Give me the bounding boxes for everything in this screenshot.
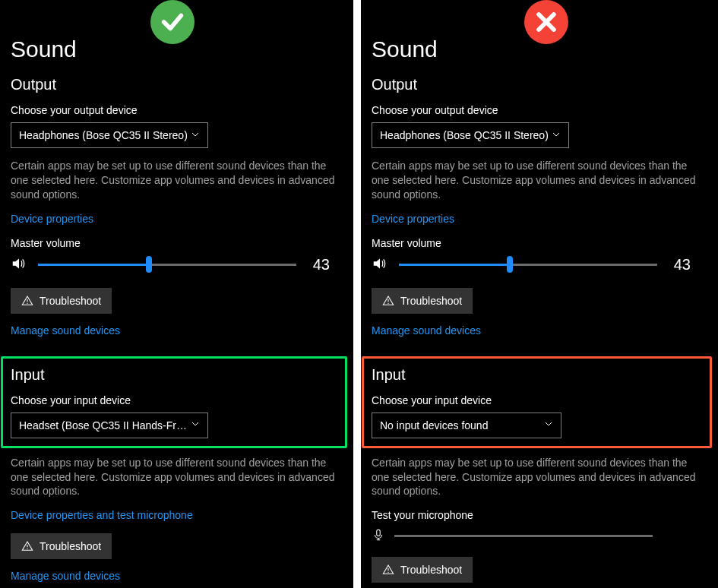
status-badge-incorrect <box>524 0 568 44</box>
troubleshoot-label: Troubleshoot <box>40 295 101 307</box>
svg-point-5 <box>387 302 388 303</box>
volume-slider[interactable] <box>38 257 296 272</box>
volume-slider[interactable] <box>399 257 657 272</box>
output-device-properties-link[interactable]: Device properties <box>11 213 93 225</box>
input-props-test-link[interactable]: Device properties and test microphone <box>11 509 193 521</box>
cross-icon <box>533 9 559 35</box>
input-highlight-correct: Input Choose your input device Headset (… <box>1 356 347 448</box>
mic-level-bar <box>394 535 653 537</box>
troubleshoot-label: Troubleshoot <box>400 295 462 307</box>
svg-rect-6 <box>377 530 381 536</box>
input-heading: Input <box>11 366 337 384</box>
input-troubleshoot-button[interactable]: Troubleshoot <box>11 533 112 559</box>
chevron-down-icon <box>191 419 200 431</box>
output-manage-devices-link[interactable]: Manage sound devices <box>11 324 120 337</box>
input-note: Certain apps may be set up to use differ… <box>372 456 698 499</box>
input-troubleshoot-button[interactable]: Troubleshoot <box>372 557 473 583</box>
speaker-icon[interactable] <box>11 255 27 274</box>
volume-row: 43 <box>11 255 330 274</box>
warning-icon <box>21 540 33 552</box>
output-note: Certain apps may be set up to use differ… <box>11 159 337 202</box>
output-device-select[interactable]: Headphones (Bose QC35 II Stereo) <box>372 122 569 148</box>
input-choose-label: Choose your input device <box>11 394 337 406</box>
output-device-value: Headphones (Bose QC35 II Stereo) <box>19 129 188 141</box>
output-choose-label: Choose your output device <box>372 104 707 116</box>
chevron-down-icon <box>544 419 553 431</box>
sound-settings-panel-correct: Sound Output Choose your output device H… <box>0 0 353 588</box>
warning-icon <box>382 564 394 576</box>
output-manage-devices-link[interactable]: Manage sound devices <box>372 324 481 337</box>
chevron-down-icon <box>552 130 561 141</box>
output-troubleshoot-button[interactable]: Troubleshoot <box>11 288 112 314</box>
mic-test-row <box>372 527 707 545</box>
status-badge-correct <box>150 0 195 44</box>
troubleshoot-label: Troubleshoot <box>40 540 101 552</box>
warning-icon <box>382 295 394 307</box>
slider-thumb[interactable] <box>507 256 513 273</box>
input-highlight-incorrect: Input Choose your input device No input … <box>362 356 712 448</box>
microphone-icon <box>372 527 385 545</box>
volume-value: 43 <box>307 256 330 273</box>
output-device-properties-link[interactable]: Device properties <box>372 213 454 225</box>
svg-point-8 <box>387 572 388 573</box>
volume-value: 43 <box>668 256 691 273</box>
output-device-select[interactable]: Headphones (Bose QC35 II Stereo) <box>11 122 208 148</box>
speaker-icon[interactable] <box>372 255 388 274</box>
input-manage-devices-link[interactable]: Manage sound devices <box>11 570 120 582</box>
input-device-value: Headset (Bose QC35 II Hands-Free A... <box>19 419 191 432</box>
output-troubleshoot-button[interactable]: Troubleshoot <box>372 288 473 314</box>
test-mic-label: Test your microphone <box>372 509 707 521</box>
troubleshoot-label: Troubleshoot <box>400 564 462 576</box>
svg-point-3 <box>27 548 27 549</box>
output-heading: Output <box>11 76 343 93</box>
output-note: Certain apps may be set up to use differ… <box>372 159 698 202</box>
input-heading: Input <box>372 366 702 384</box>
input-choose-label: Choose your input device <box>372 394 702 406</box>
volume-row: 43 <box>372 255 691 274</box>
input-device-select[interactable]: No input devices found <box>372 413 561 438</box>
svg-point-1 <box>27 302 27 303</box>
input-note: Certain apps may be set up to use differ… <box>11 456 337 499</box>
slider-thumb[interactable] <box>146 256 152 273</box>
master-volume-label: Master volume <box>372 237 707 249</box>
warning-icon <box>21 295 33 307</box>
output-choose-label: Choose your output device <box>11 104 343 116</box>
master-volume-label: Master volume <box>11 237 343 249</box>
check-icon <box>160 9 185 35</box>
input-device-value: No input devices found <box>380 419 488 432</box>
input-device-select[interactable]: Headset (Bose QC35 II Hands-Free A... <box>11 413 208 438</box>
output-heading: Output <box>372 76 707 93</box>
chevron-down-icon <box>191 130 200 141</box>
output-device-value: Headphones (Bose QC35 II Stereo) <box>380 129 549 141</box>
sound-settings-panel-incorrect: Sound Output Choose your output device H… <box>361 0 718 588</box>
